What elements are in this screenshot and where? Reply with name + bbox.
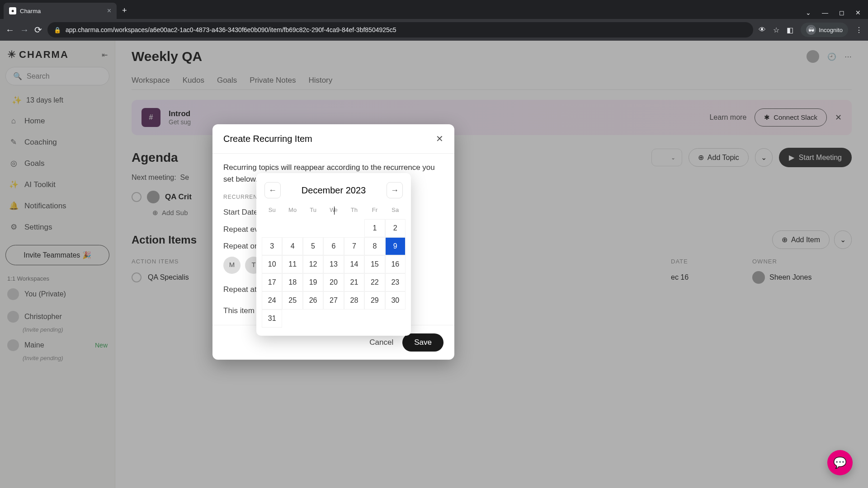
reload-button[interactable]: ⟳: [34, 24, 42, 35]
save-button[interactable]: Save: [402, 333, 443, 352]
datepicker-day[interactable]: 29: [364, 291, 385, 310]
back-button[interactable]: ←: [5, 25, 14, 35]
datepicker-day[interactable]: 11: [282, 255, 302, 273]
tab-title: Charma: [20, 8, 41, 14]
browser-tab[interactable]: ✷ Charma ×: [4, 3, 117, 19]
datepicker-month: December 2023: [302, 185, 366, 196]
datepicker-day[interactable]: 14: [344, 255, 364, 273]
chat-icon: 💬: [833, 456, 847, 469]
minimize-icon[interactable]: —: [822, 9, 828, 16]
datepicker-day[interactable]: 10: [262, 255, 282, 273]
datepicker-day[interactable]: 17: [262, 273, 282, 291]
favicon-icon: ✷: [9, 7, 16, 14]
datepicker-day[interactable]: 27: [323, 291, 344, 310]
datepicker-day[interactable]: 6: [323, 237, 344, 255]
day-chip-m[interactable]: M: [223, 257, 241, 274]
new-tab-button[interactable]: +: [122, 6, 127, 15]
window-controls: ⌄ — ◻ ✕: [806, 9, 868, 16]
close-icon[interactable]: ×: [107, 7, 111, 15]
datepicker-empty-cell: [323, 219, 344, 237]
datepicker-day[interactable]: 9: [385, 237, 406, 255]
datepicker-day[interactable]: 28: [344, 291, 364, 310]
datepicker-day[interactable]: 13: [323, 255, 344, 273]
datepicker-day[interactable]: 1: [364, 219, 385, 237]
browser-chrome: ✷ Charma × + ⌄ — ◻ ✕ ← → ⟳ 🔒 app.charma.…: [0, 0, 868, 41]
datepicker-dow: Th: [344, 204, 364, 219]
extension-icon[interactable]: ◧: [787, 26, 793, 34]
modal-title: Create Recurring Item: [223, 134, 312, 144]
url-text: app.charma.com/workspaces/a6e00ac2-1ac0-…: [66, 26, 396, 33]
datepicker-day[interactable]: 20: [323, 273, 344, 291]
datepicker-day[interactable]: 25: [282, 291, 302, 310]
datepicker-day[interactable]: 2: [385, 219, 406, 237]
datepicker-dow: Fr: [364, 204, 385, 219]
address-bar: ← → ⟳ 🔒 app.charma.com/workspaces/a6e00a…: [0, 19, 868, 41]
datepicker-day[interactable]: 31: [262, 310, 282, 328]
forward-button[interactable]: →: [20, 25, 29, 35]
datepicker-grid: SuMoTuWeThFrSa12345678910111213141516171…: [262, 204, 406, 328]
datepicker-day[interactable]: 19: [303, 273, 323, 291]
datepicker-dow: Mo: [282, 204, 302, 219]
next-month-button[interactable]: →: [387, 182, 403, 198]
datepicker-day[interactable]: 22: [364, 273, 385, 291]
datepicker-dow: We: [323, 204, 344, 219]
kebab-icon[interactable]: ⋮: [855, 26, 863, 34]
datepicker-day[interactable]: 7: [344, 237, 364, 255]
lock-icon: 🔒: [54, 27, 61, 33]
cancel-button[interactable]: Cancel: [369, 338, 393, 347]
datepicker-day[interactable]: 8: [364, 237, 385, 255]
app: ☀ CHARMA ⇤ 🔍 Search ✨ 13 days left ⌂Home…: [0, 41, 868, 488]
datepicker-popover: ← December 2023 → SuMoTuWeThFrSa12345678…: [256, 173, 411, 336]
eye-off-icon[interactable]: 👁: [759, 26, 766, 34]
datepicker-day[interactable]: 15: [364, 255, 385, 273]
incognito-pill[interactable]: 🕶 Incognito: [801, 23, 848, 37]
chat-fab[interactable]: 💬: [827, 450, 853, 475]
tab-bar: ✷ Charma × + ⌄ — ◻ ✕: [0, 0, 868, 19]
close-icon[interactable]: ✕: [436, 133, 443, 144]
incognito-label: Incognito: [819, 27, 843, 33]
datepicker-day[interactable]: 3: [262, 237, 282, 255]
datepicker-day[interactable]: 21: [344, 273, 364, 291]
datepicker-empty-cell: [303, 219, 323, 237]
datepicker-day[interactable]: 4: [282, 237, 302, 255]
datepicker-empty-cell: [344, 219, 364, 237]
datepicker-day[interactable]: 24: [262, 291, 282, 310]
datepicker-day[interactable]: 5: [303, 237, 323, 255]
maximize-icon[interactable]: ◻: [839, 9, 844, 16]
incognito-icon: 🕶: [806, 25, 816, 35]
url-field[interactable]: 🔒 app.charma.com/workspaces/a6e00ac2-1ac…: [47, 22, 753, 38]
close-window-icon[interactable]: ✕: [855, 9, 861, 16]
datepicker-day[interactable]: 18: [282, 273, 302, 291]
datepicker-dow: Tu: [303, 204, 323, 219]
datepicker-day[interactable]: 30: [385, 291, 406, 310]
datepicker-day[interactable]: 12: [303, 255, 323, 273]
datepicker-day[interactable]: 23: [385, 273, 406, 291]
star-icon[interactable]: ☆: [773, 26, 779, 34]
prev-month-button[interactable]: ←: [264, 182, 281, 198]
datepicker-day[interactable]: 26: [303, 291, 323, 310]
chevron-down-icon[interactable]: ⌄: [806, 9, 811, 16]
datepicker-dow: Sa: [385, 204, 406, 219]
datepicker-empty-cell: [282, 219, 302, 237]
datepicker-empty-cell: [262, 219, 282, 237]
datepicker-dow: Su: [262, 204, 282, 219]
datepicker-day[interactable]: 16: [385, 255, 406, 273]
